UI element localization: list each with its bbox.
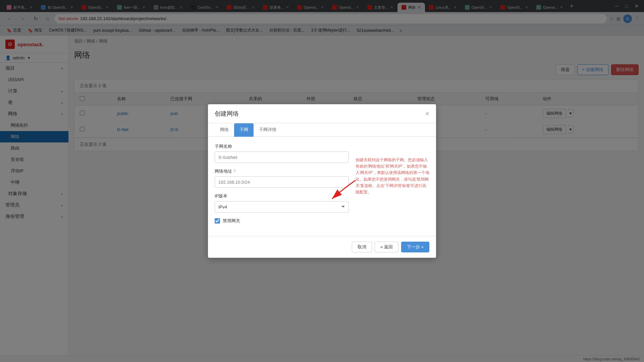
modal-title: 创建网络: [215, 110, 239, 118]
subnet-name-input[interactable]: [215, 152, 349, 163]
ip-version-select[interactable]: IPv4 IPv6: [215, 201, 349, 213]
modal-tab-subnet[interactable]: 子网: [234, 123, 254, 137]
modal-info-panel: 创建关联到这个网络的子网。您必须输入有效的'网络地址'和'网关IP'。如果您不输…: [356, 143, 429, 229]
network-address-label: 网络地址 ?: [215, 168, 349, 174]
modal-tab-network[interactable]: 网络: [215, 123, 234, 137]
modal-tabs: 网络 子网 子网详情: [208, 123, 436, 137]
ip-version-label: IP版本: [215, 193, 349, 199]
network-address-label-text: 网络地址: [215, 168, 232, 174]
modal-body: 子网名称 网络地址 ? IP版本 IPv4 IPv6: [208, 137, 436, 236]
modal-header: 创建网络 ×: [208, 104, 436, 123]
modal-overlay: 创建网络 × 网络 子网 子网详情 子网名称 网络地址: [0, 0, 644, 362]
gateway-checkbox-group: 禁用网关: [215, 218, 349, 224]
modal-footer: 取消 « 返回 下一步 »: [208, 236, 436, 258]
gateway-group: 禁用网关: [215, 218, 349, 224]
modal-info-text: 创建关联到这个网络的子网。您必须输入有效的'网络地址'和'网关IP'。如果您不输…: [356, 157, 429, 195]
ip-version-group: IP版本 IPv4 IPv6: [215, 193, 349, 213]
gateway-checkbox[interactable]: [215, 218, 220, 224]
create-network-modal: 创建网络 × 网络 子网 子网详情 子网名称 网络地址: [208, 104, 436, 258]
network-address-help-icon[interactable]: ?: [233, 169, 236, 174]
gateway-checkbox-label: 禁用网关: [223, 218, 240, 224]
subnet-name-label: 子网名称: [215, 143, 349, 149]
modal-back-button[interactable]: « 返回: [375, 242, 398, 252]
modal-close-button[interactable]: ×: [425, 110, 429, 117]
modal-form: 子网名称 网络地址 ? IP版本 IPv4 IPv6: [215, 143, 349, 229]
modal-tab-subnet-detail[interactable]: 子网详情: [254, 123, 282, 137]
subnet-name-group: 子网名称: [215, 143, 349, 163]
modal-next-button[interactable]: 下一步 »: [401, 242, 429, 252]
network-address-input[interactable]: [215, 176, 349, 188]
network-address-group: 网络地址 ?: [215, 168, 349, 188]
modal-cancel-button[interactable]: 取消: [352, 242, 372, 252]
